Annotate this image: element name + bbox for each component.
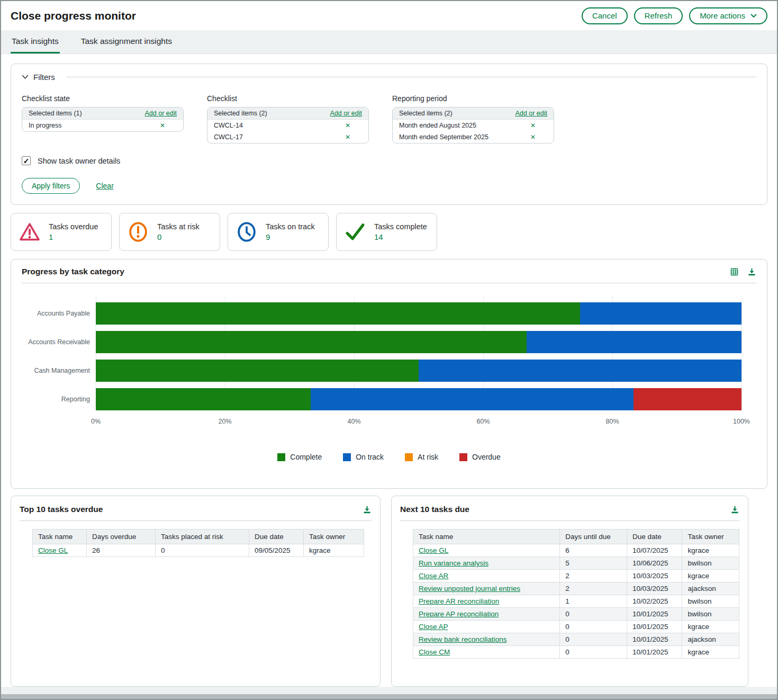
tasks-at-risk-card: Tasks at risk 0 xyxy=(119,213,220,251)
table-cell: bwilson xyxy=(682,595,739,608)
legend-label: At risk xyxy=(418,453,438,461)
axis-tick-label: 100% xyxy=(733,418,750,425)
add-or-edit-link[interactable]: Add or edit xyxy=(330,110,362,117)
column-header: Task owner xyxy=(304,530,364,544)
remove-filter-item-icon[interactable]: ✕ xyxy=(530,133,536,141)
stat-value: 1 xyxy=(49,232,98,241)
bar-track xyxy=(96,360,741,382)
legend-swatch xyxy=(277,453,285,461)
app-header: Close progress monitor Cancel Refresh Mo… xyxy=(1,1,777,30)
task-link[interactable]: Close CM xyxy=(419,648,450,656)
filter-group-checklist-state: Checklist state Selected items (1) Add o… xyxy=(22,94,184,143)
clear-filters-link[interactable]: Clear xyxy=(96,182,113,190)
task-link[interactable]: Review unposted journal entries xyxy=(419,585,520,593)
table-cell: Close AR xyxy=(413,570,560,582)
table-cell: 10/01/2025 xyxy=(627,646,682,659)
chart-x-axis: 0%20%40%60%80%100% xyxy=(96,418,741,427)
stat-label: Tasks on track xyxy=(266,222,315,231)
table-row: Review bank reconciliations010/01/2025aj… xyxy=(413,633,739,646)
category-label: Accounts Payable xyxy=(22,302,96,325)
table-cell: Review bank reconciliations xyxy=(413,633,560,646)
filter-group-label: Reporting period xyxy=(392,94,554,103)
collapse-chevron-icon xyxy=(22,75,29,79)
task-link[interactable]: Prepare AP reconciliation xyxy=(419,610,499,618)
table-cell: 09/05/2025 xyxy=(249,544,304,557)
apply-filters-button[interactable]: Apply filters xyxy=(22,178,80,194)
stat-label: Tasks overdue xyxy=(49,222,98,231)
chart-bar-row: Cash Management xyxy=(22,360,756,382)
table-cell: kgrace xyxy=(304,544,364,557)
category-label: Accounts Receivable xyxy=(22,331,96,353)
legend-label: Complete xyxy=(290,453,322,461)
chart-bar-row: Accounts Receivable xyxy=(22,331,756,353)
checkmark-icon: ✓ xyxy=(23,157,30,165)
add-or-edit-link[interactable]: Add or edit xyxy=(145,110,177,117)
remove-filter-item-icon[interactable]: ✕ xyxy=(345,122,350,129)
tab-strip: Task insights Task assignment insights xyxy=(1,30,777,54)
filters-header[interactable]: Filters xyxy=(22,73,756,82)
task-link[interactable]: Close GL xyxy=(419,546,448,554)
tab-task-assignment-insights[interactable]: Task assignment insights xyxy=(80,30,173,53)
legend-swatch xyxy=(459,453,467,461)
task-link[interactable]: Prepare AR reconciliation xyxy=(419,597,499,605)
cancel-button[interactable]: Cancel xyxy=(582,7,628,24)
show-task-owner-checkbox[interactable]: ✓ xyxy=(22,156,31,165)
tab-task-insights[interactable]: Task insights xyxy=(11,30,60,53)
task-link[interactable]: Close AR xyxy=(419,572,448,580)
cancel-button-label: Cancel xyxy=(592,11,617,20)
task-link[interactable]: Review bank reconciliations xyxy=(419,635,507,643)
filter-item-label: In progress xyxy=(29,122,62,129)
overdue-panel-header: Top 10 tasks overdue xyxy=(20,505,372,521)
bar-track xyxy=(96,331,741,353)
table-row: Close AP010/01/2025kgrace xyxy=(413,621,739,633)
bar-segment-on-track xyxy=(527,331,741,353)
table-cell: Close CM xyxy=(413,646,560,659)
table-cell: Close AP xyxy=(413,621,560,633)
warning-triangle-icon xyxy=(19,221,41,243)
table-row: Close AR210/03/2025kgrace xyxy=(413,570,739,582)
column-header: Task name xyxy=(33,530,87,544)
axis-tick-label: 20% xyxy=(218,418,231,425)
show-task-owner-row: ✓ Show task owner details xyxy=(22,156,756,165)
table-cell: 10/01/2025 xyxy=(627,621,682,633)
remove-filter-item-icon[interactable]: ✕ xyxy=(530,122,536,129)
task-link[interactable]: Close GL xyxy=(38,546,68,554)
legend-item: On track xyxy=(343,453,384,461)
chart-plot: Accounts PayableAccounts ReceivableCash … xyxy=(22,295,756,410)
check-icon xyxy=(344,221,366,243)
task-link[interactable]: Close AP xyxy=(419,623,448,631)
bar-track xyxy=(96,388,741,410)
legend-swatch xyxy=(343,453,351,461)
add-or-edit-link[interactable]: Add or edit xyxy=(515,110,547,117)
filter-item-label: CWCL-14 xyxy=(214,122,243,129)
download-icon[interactable] xyxy=(747,267,756,276)
remove-filter-item-icon[interactable]: ✕ xyxy=(160,122,165,129)
download-icon[interactable] xyxy=(363,505,372,514)
filter-item-label: Month ended September 2025 xyxy=(399,133,488,141)
table-view-icon[interactable] xyxy=(730,267,739,276)
filter-item: In progress ✕ xyxy=(22,120,183,131)
task-link[interactable]: Run variance analysis xyxy=(419,559,488,567)
stat-value: 14 xyxy=(374,232,427,241)
bottom-tables-row: Top 10 tasks overdue Task nameDays overd… xyxy=(11,496,767,687)
stat-value: 0 xyxy=(157,232,200,241)
table-cell: 5 xyxy=(560,557,627,570)
table-cell: 10/01/2025 xyxy=(627,633,682,646)
legend-item: Overdue xyxy=(459,453,501,461)
refresh-button[interactable]: Refresh xyxy=(634,7,683,24)
tasks-on-track-card: Tasks on track 9 xyxy=(228,213,329,251)
table-cell: ajackson xyxy=(682,633,739,646)
filter-item: CWCL-14 ✕ xyxy=(207,120,368,131)
column-header: Days until due xyxy=(560,530,627,544)
filters-panel: Filters Checklist state Selected items (… xyxy=(11,64,767,205)
more-actions-button[interactable]: More actions xyxy=(689,7,767,24)
refresh-button-label: Refresh xyxy=(645,11,673,20)
filter-actions: Apply filters Clear xyxy=(22,178,756,194)
chart-bar-row: Accounts Payable xyxy=(22,302,756,325)
column-header: Due date xyxy=(249,530,304,544)
due-table-title: Next 10 tasks due xyxy=(400,505,469,514)
remove-filter-item-icon[interactable]: ✕ xyxy=(345,133,350,141)
download-icon[interactable] xyxy=(730,505,739,514)
category-label: Reporting xyxy=(22,388,96,410)
tasks-overdue-card: Tasks overdue 1 xyxy=(11,213,112,251)
